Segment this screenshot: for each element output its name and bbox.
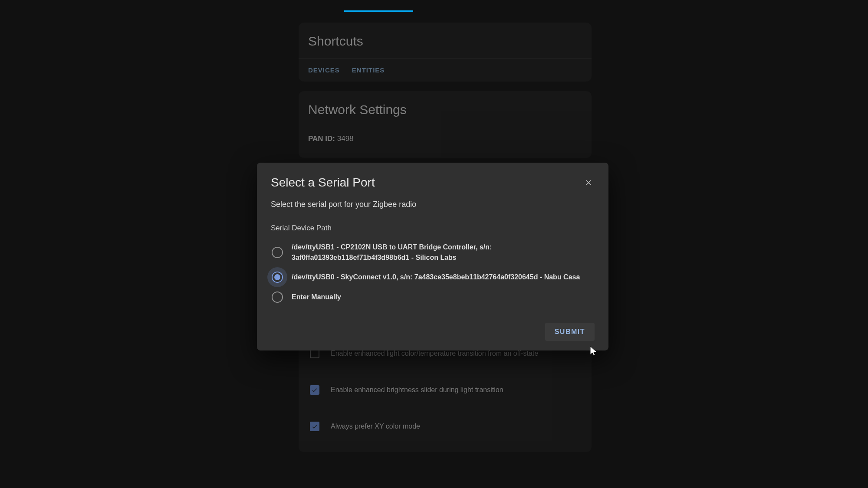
dialog-subtitle: Select the serial port for your Zigbee r… [271, 200, 595, 209]
shortcuts-title: Shortcuts [299, 23, 592, 58]
devices-link[interactable]: DEVICES [308, 66, 340, 74]
pan-id-label: PAN ID: [308, 134, 335, 143]
submit-button[interactable]: SUBMIT [545, 323, 595, 341]
select-serial-port-dialog: Select a Serial Port Select the serial p… [257, 163, 608, 350]
checkbox-brightness-slider[interactable] [310, 385, 319, 395]
radio-manual-label: Enter Manually [292, 292, 341, 302]
shortcuts-card: Shortcuts DEVICES ENTITIES [299, 23, 592, 82]
shortcuts-links: DEVICES ENTITIES [299, 59, 592, 82]
close-icon [584, 178, 593, 189]
option-xy-color[interactable]: Always prefer XY color mode [306, 418, 584, 435]
option-brightness-slider-label: Enable enhanced brightness slider during… [331, 386, 503, 394]
network-settings-card: Network Settings PAN ID: 3498 [299, 91, 592, 158]
radio-ttyusb0-label: /dev/ttyUSB0 - SkyConnect v1.0, s/n: 7a4… [292, 272, 580, 282]
dialog-title: Select a Serial Port [271, 176, 375, 190]
radio-ttyusb1-label: /dev/ttyUSB1 - CP2102N USB to UART Bridg… [292, 242, 594, 263]
checkbox-xy-color[interactable] [310, 422, 319, 431]
serial-port-option-manual[interactable]: Enter Manually [271, 287, 595, 307]
serial-device-path-label: Serial Device Path [271, 224, 595, 233]
pan-id-row: PAN ID: 3498 [308, 134, 582, 143]
option-brightness-slider[interactable]: Enable enhanced brightness slider during… [306, 382, 584, 398]
option-light-transition-label: Enable enhanced light color/temperature … [331, 350, 538, 357]
radio-ttyusb0[interactable] [272, 272, 283, 283]
serial-port-option-ttyusb1[interactable]: /dev/ttyUSB1 - CP2102N USB to UART Bridg… [271, 238, 595, 267]
active-tab-indicator [344, 10, 413, 12]
radio-ttyusb1[interactable] [272, 247, 283, 258]
entities-link[interactable]: ENTITIES [352, 66, 385, 74]
network-settings-title: Network Settings [299, 91, 592, 127]
close-button[interactable] [582, 177, 595, 190]
pan-id-value: 3498 [337, 134, 354, 143]
radio-manual[interactable] [272, 291, 283, 303]
option-xy-color-label: Always prefer XY color mode [331, 422, 420, 430]
serial-port-option-ttyusb0[interactable]: /dev/ttyUSB0 - SkyConnect v1.0, s/n: 7a4… [271, 267, 595, 287]
